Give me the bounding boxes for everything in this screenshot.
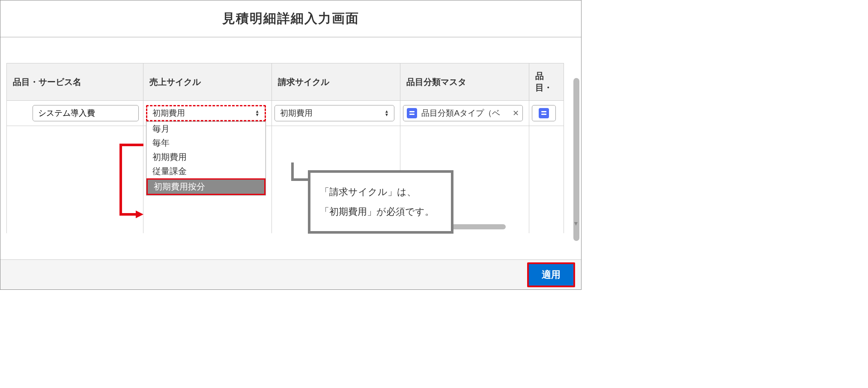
svg-rect-2: [541, 111, 546, 112]
annotation-arrow: [119, 144, 122, 216]
item-lookup-truncated[interactable]: [532, 105, 556, 121]
dialog-title: 見積明細詳細入力画面: [222, 10, 359, 27]
dialog-body: 品目・サービス名 売上サイクル 請求サイクル 品目分類マスタ 品目・: [0, 37, 581, 259]
svg-rect-0: [409, 111, 415, 112]
sales-cycle-selected-value: 初期費用: [152, 108, 185, 119]
table-row: 初期費用 ▲▼ 毎月 毎年 初期費用 従量課金 初期費用按分: [7, 101, 564, 126]
detail-table: 品目・サービス名 売上サイクル 請求サイクル 品目分類マスタ 品目・: [6, 63, 564, 233]
detail-table-wrap: 品目・サービス名 売上サイクル 請求サイクル 品目分類マスタ 品目・: [6, 63, 564, 233]
lookup-record-icon: [407, 108, 417, 118]
col-header-item-truncated: 品目・: [529, 63, 564, 101]
sales-cycle-option-monthly[interactable]: 毎月: [146, 122, 265, 136]
dialog-window: 見積明細詳細入力画面 品目・サービス名 売上サイクル 請求サイクル 品目分類マス…: [0, 0, 582, 290]
close-icon[interactable]: ✕: [513, 108, 519, 118]
callout-line-2: 「初期費用」が必須です。: [320, 202, 441, 222]
sales-cycle-option-yearly[interactable]: 毎年: [146, 136, 265, 150]
callout-box: 「請求サイクル」は、 「初期費用」が必須です。: [308, 170, 453, 234]
spinner-icon: ▲▼: [385, 110, 389, 117]
sales-cycle-dropdown: 毎月 毎年 初期費用 従量課金 初期費用按分: [146, 121, 266, 196]
vertical-scroll-thumb[interactable]: [573, 78, 579, 241]
callout-line-1: 「請求サイクル」は、: [320, 182, 441, 202]
col-header-billing-cycle: 請求サイクル: [272, 63, 400, 101]
svg-rect-3: [541, 114, 546, 115]
col-header-service: 品目・サービス名: [7, 63, 143, 101]
col-header-item-class: 品目分類マスタ: [400, 63, 529, 101]
dialog-header: 見積明細詳細入力画面: [0, 0, 581, 37]
lookup-record-icon: [539, 108, 549, 118]
scroll-down-icon[interactable]: ▼: [573, 220, 579, 226]
svg-rect-1: [409, 114, 415, 115]
col-header-sales-cycle: 売上サイクル: [143, 63, 271, 101]
apply-button[interactable]: 適用: [527, 262, 575, 287]
item-class-lookup-value: 品目分類Aタイプ（ベ: [421, 108, 500, 119]
table-row-empty: [7, 126, 564, 233]
sales-cycle-option-usage[interactable]: 従量課金: [146, 164, 265, 178]
spinner-icon: ▲▼: [255, 110, 260, 117]
sales-cycle-option-initial[interactable]: 初期費用: [146, 150, 265, 164]
vertical-scrollbar[interactable]: [573, 78, 579, 258]
sales-cycle-option-initial-prorated[interactable]: 初期費用按分: [146, 178, 265, 195]
dialog-footer: 適用: [0, 259, 581, 289]
service-name-input[interactable]: [33, 105, 139, 121]
billing-cycle-selected-value: 初期費用: [280, 108, 313, 119]
billing-cycle-select[interactable]: 初期費用 ▲▼: [274, 105, 394, 121]
sales-cycle-select[interactable]: 初期費用 ▲▼: [146, 105, 266, 121]
item-class-lookup[interactable]: 品目分類Aタイプ（ベ ✕: [403, 105, 523, 121]
